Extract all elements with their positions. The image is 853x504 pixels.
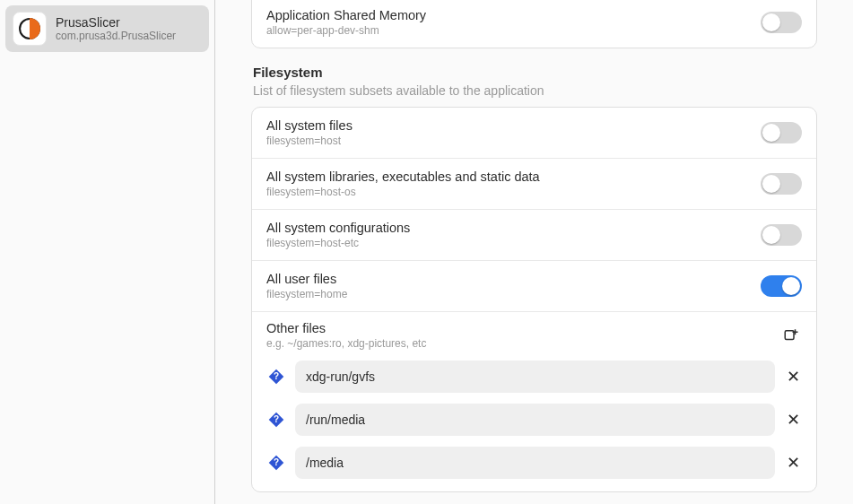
path-row: ? ✕	[252, 441, 816, 491]
row-shared-memory: Application Shared Memory allow=per-app-…	[252, 0, 816, 48]
row-sub: filesystem=host	[266, 135, 761, 147]
row-title: All system files	[266, 118, 761, 133]
row-title: All system libraries, executables and st…	[266, 169, 761, 184]
row-fs-home: All user files filesystem=home	[252, 261, 816, 312]
main-content: Application Shared Memory allow=per-app-…	[215, 0, 853, 504]
filesystem-card: All system files filesystem=host All sys…	[251, 107, 817, 492]
section-filesystem: Filesystem List of filesystem subsets av…	[251, 65, 817, 492]
row-sub: filesystem=home	[266, 288, 761, 300]
allow-card: Application Shared Memory allow=per-app-…	[251, 0, 817, 48]
path-input[interactable]	[295, 361, 775, 393]
row-title: All system configurations	[266, 221, 761, 235]
path-row: ? ✕	[252, 398, 816, 441]
svg-text:?: ?	[274, 457, 279, 467]
app-text: PrusaSlicer com.prusa3d.PrusaSlicer	[56, 15, 176, 42]
help-icon[interactable]: ?	[266, 367, 286, 387]
toggle-fs-home[interactable]	[761, 275, 802, 297]
app-icon	[13, 12, 47, 46]
row-fs-host: All system files filesystem=host	[252, 108, 816, 159]
row-sub: filesystem=host-etc	[266, 237, 761, 249]
row-sub: allow=per-app-dev-shm	[266, 24, 761, 37]
svg-text:?: ?	[274, 371, 279, 381]
other-sub: e.g. ~/games:ro, xdg-pictures, etc	[266, 337, 780, 350]
app-name: PrusaSlicer	[56, 15, 176, 30]
section-title: Filesystem	[253, 65, 815, 80]
row-sub: filesystem=host-os	[266, 186, 761, 198]
path-row: ? ✕	[252, 355, 816, 398]
other-title: Other files	[266, 321, 780, 335]
row-title: All user files	[266, 272, 761, 286]
other-files-header: Other files e.g. ~/games:ro, xdg-picture…	[252, 312, 816, 355]
remove-path-button[interactable]: ✕	[784, 454, 802, 472]
toggle-fs-host-os[interactable]	[761, 173, 802, 195]
add-path-button[interactable]	[780, 325, 802, 346]
section-desc: List of filesystem subsets available to …	[253, 83, 815, 98]
path-input[interactable]	[295, 404, 775, 436]
row-title: Application Shared Memory	[266, 8, 761, 22]
toggle-fs-host-etc[interactable]	[761, 224, 802, 246]
path-input[interactable]	[295, 447, 775, 479]
toggle-fs-host[interactable]	[761, 122, 802, 143]
help-icon[interactable]: ?	[266, 453, 286, 473]
help-icon[interactable]: ?	[266, 410, 286, 430]
row-fs-host-etc: All system configurations filesystem=hos…	[252, 210, 816, 261]
app-id: com.prusa3d.PrusaSlicer	[56, 30, 176, 42]
remove-path-button[interactable]: ✕	[784, 411, 802, 429]
sidebar: PrusaSlicer com.prusa3d.PrusaSlicer	[0, 0, 215, 504]
remove-path-button[interactable]: ✕	[784, 368, 802, 386]
svg-text:?: ?	[274, 414, 279, 424]
sidebar-app-item[interactable]: PrusaSlicer com.prusa3d.PrusaSlicer	[5, 5, 209, 52]
row-fs-host-os: All system libraries, executables and st…	[252, 159, 816, 210]
toggle-shared-memory[interactable]	[761, 12, 802, 33]
